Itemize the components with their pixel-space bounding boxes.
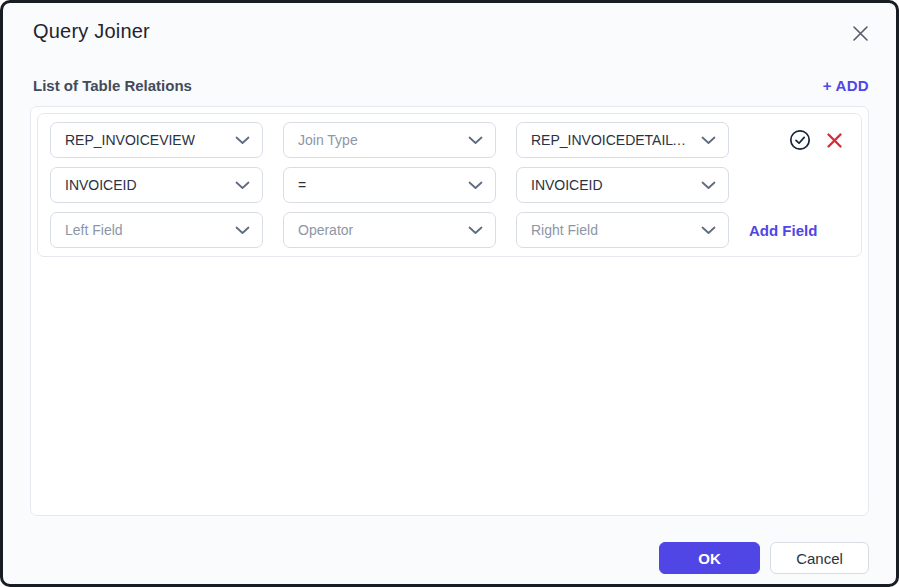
confirm-relation-button[interactable]	[789, 129, 811, 151]
new-left-field-placeholder: Left Field	[65, 222, 123, 238]
left-table-select[interactable]: REP_INVOICEVIEW	[50, 122, 263, 158]
close-icon	[851, 31, 870, 46]
new-right-field-select[interactable]: Right Field	[516, 212, 729, 248]
relation-row-condition: INVOICEID = INVOICEID	[50, 167, 851, 203]
relation-row-tables: REP_INVOICEVIEW Join Type REP_INVOICEDET…	[50, 122, 851, 158]
join-type-placeholder: Join Type	[298, 132, 358, 148]
relation-actions	[789, 129, 851, 151]
left-field-value: INVOICEID	[65, 177, 137, 193]
chevron-down-icon	[468, 181, 483, 190]
right-field-value: INVOICEID	[531, 177, 603, 193]
right-table-value: REP_INVOICEDETAILV...	[531, 132, 691, 148]
relations-section-header: List of Table Relations + ADD	[33, 76, 869, 94]
new-operator-placeholder: Operator	[298, 222, 353, 238]
dialog-header: Query Joiner	[3, 3, 896, 46]
add-field-link[interactable]: Add Field	[749, 222, 817, 239]
add-relation-button[interactable]: + ADD	[823, 77, 869, 94]
relations-panel: REP_INVOICEVIEW Join Type REP_INVOICEDET…	[30, 106, 869, 516]
delete-x-icon	[826, 137, 843, 152]
right-table-select[interactable]: REP_INVOICEDETAILV...	[516, 122, 729, 158]
operator-value: =	[298, 177, 306, 193]
check-circle-icon	[789, 139, 811, 154]
relation-row-new-condition: Left Field Operator Right Field	[50, 212, 851, 248]
chevron-down-icon	[701, 226, 716, 235]
query-joiner-dialog: Query Joiner List of Table Relations + A…	[0, 0, 899, 587]
chevron-down-icon	[468, 226, 483, 235]
left-field-select[interactable]: INVOICEID	[50, 167, 263, 203]
cancel-button[interactable]: Cancel	[770, 542, 869, 574]
new-operator-select[interactable]: Operator	[283, 212, 496, 248]
relation-group: REP_INVOICEVIEW Join Type REP_INVOICEDET…	[37, 113, 862, 257]
section-label: List of Table Relations	[33, 77, 192, 94]
chevron-down-icon	[701, 181, 716, 190]
chevron-down-icon	[235, 226, 250, 235]
chevron-down-icon	[235, 181, 250, 190]
left-table-value: REP_INVOICEVIEW	[65, 132, 195, 148]
ok-button[interactable]: OK	[659, 542, 760, 574]
delete-relation-button[interactable]	[826, 132, 843, 149]
right-field-select[interactable]: INVOICEID	[516, 167, 729, 203]
dialog-title: Query Joiner	[33, 20, 150, 43]
dialog-footer: OK Cancel	[3, 542, 869, 574]
chevron-down-icon	[468, 136, 483, 145]
chevron-down-icon	[701, 136, 716, 145]
close-button[interactable]	[849, 22, 872, 45]
new-right-field-placeholder: Right Field	[531, 222, 598, 238]
join-type-select[interactable]: Join Type	[283, 122, 496, 158]
operator-select[interactable]: =	[283, 167, 496, 203]
new-left-field-select[interactable]: Left Field	[50, 212, 263, 248]
chevron-down-icon	[235, 136, 250, 145]
